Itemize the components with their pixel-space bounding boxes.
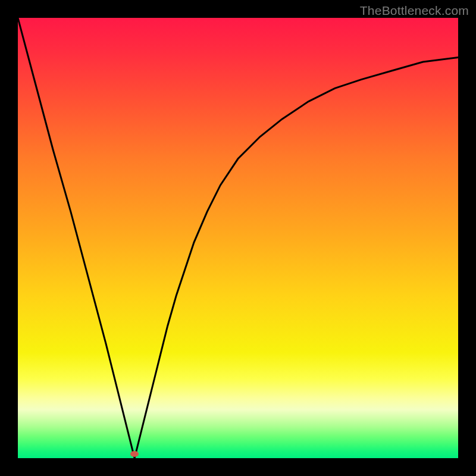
curve-svg xyxy=(18,18,458,458)
plot-area xyxy=(18,18,458,458)
bottleneck-curve-path xyxy=(18,18,458,458)
chart-frame: TheBottleneck.com xyxy=(0,0,476,476)
watermark-text: TheBottleneck.com xyxy=(360,4,469,18)
minimum-marker xyxy=(130,451,139,457)
